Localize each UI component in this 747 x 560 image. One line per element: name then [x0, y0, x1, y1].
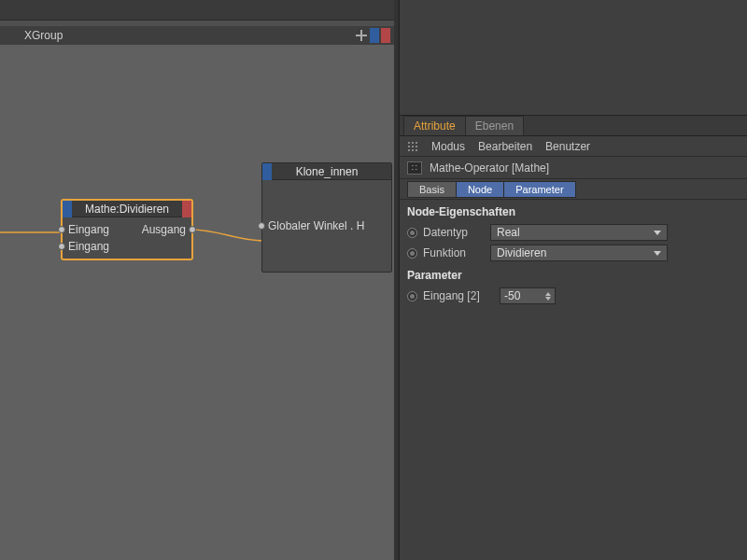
- node-target[interactable]: Klone_innen Globaler Winkel . H: [261, 162, 392, 273]
- editor-scroll-rail[interactable]: [394, 0, 398, 560]
- spinner-icon[interactable]: [545, 292, 551, 301]
- port-dot-icon[interactable]: [189, 226, 196, 233]
- prop-funktion: Funktion Dividieren: [400, 243, 747, 263]
- menu-benutzer[interactable]: Benutzer: [545, 140, 590, 153]
- port-dot-icon[interactable]: [58, 243, 65, 250]
- funktion-dropdown[interactable]: Dividieren: [490, 245, 668, 261]
- group-output-swatch[interactable]: [381, 28, 390, 43]
- wire-left-in: [0, 218, 65, 246]
- eingang2-value: -50: [504, 289, 520, 302]
- tab-attribute[interactable]: Attribute: [403, 116, 466, 135]
- port-dot-icon[interactable]: [258, 222, 265, 230]
- port-math-out-0[interactable]: Ausgang: [133, 221, 186, 238]
- node-math-body: Eingang Eingang Ausgang: [63, 217, 191, 259]
- group-title: XGroup: [24, 29, 63, 42]
- chevron-down-icon: [654, 231, 661, 235]
- prop-datentyp: Datentyp Real: [400, 222, 747, 243]
- port-label: Globaler Winkel . H: [268, 219, 364, 232]
- chevron-down-icon: [654, 251, 661, 256]
- subtab-parameter[interactable]: Parameter: [503, 181, 575, 198]
- port-label: Ausgang: [142, 223, 186, 236]
- attribute-pane: Attribute Ebenen Modus Bearbeiten Benutz…: [399, 0, 747, 560]
- section-node-eigenschaften: Node-Eigenschaften: [400, 200, 747, 222]
- node-math-title[interactable]: Mathe:Dividieren: [63, 201, 191, 217]
- port-label: Eingang: [68, 223, 109, 236]
- eingang2-input[interactable]: -50: [500, 287, 556, 304]
- node-output-cap: [182, 201, 191, 217]
- move-icon[interactable]: [355, 29, 368, 42]
- port-dot-icon[interactable]: [58, 226, 65, 233]
- node-input-cap: [63, 201, 72, 217]
- datentyp-value: Real: [497, 226, 520, 239]
- tab-ebenen[interactable]: Ebenen: [465, 116, 524, 135]
- node-math-title-text: Mathe:Dividieren: [85, 203, 169, 216]
- prop-eingang-2: Eingang [2] -50: [400, 286, 747, 306]
- app-root: XGroup Mathe:Dividieren: [0, 0, 747, 560]
- port-math-in-1[interactable]: Eingang: [68, 238, 121, 255]
- group-input-swatch[interactable]: [370, 28, 379, 43]
- funktion-label: Funktion: [423, 246, 485, 259]
- node-target-title[interactable]: Klone_innen: [262, 163, 391, 180]
- funktion-value: Dividieren: [497, 246, 546, 259]
- node-canvas[interactable]: Mathe:Dividieren Eingang Eingang: [0, 45, 394, 560]
- editor-toolbar: [0, 0, 398, 21]
- datentyp-label: Datentyp: [423, 226, 485, 239]
- preview-area: [400, 0, 747, 116]
- wire-math-to-target: [190, 222, 265, 250]
- node-math[interactable]: Mathe:Dividieren Eingang Eingang: [62, 200, 192, 259]
- anim-dot-icon[interactable]: [407, 291, 417, 301]
- port-label: Eingang: [68, 240, 109, 253]
- anim-dot-icon[interactable]: [407, 248, 417, 259]
- group-header-controls: [355, 26, 390, 45]
- calculator-icon: ∷: [407, 161, 422, 175]
- node-target-body: Globaler Winkel . H: [262, 180, 391, 272]
- node-input-cap: [262, 163, 272, 180]
- menu-bearbeiten[interactable]: Bearbeiten: [478, 140, 532, 153]
- object-header: ∷ Mathe-Operator [Mathe]: [400, 157, 747, 179]
- attribute-subtabs: Basis Node Parameter: [400, 179, 747, 200]
- node-editor-pane: XGroup Mathe:Dividieren: [0, 0, 399, 560]
- subtab-basis[interactable]: Basis: [407, 181, 457, 198]
- menu-modus[interactable]: Modus: [431, 140, 465, 153]
- datentyp-dropdown[interactable]: Real: [490, 224, 668, 241]
- node-target-title-text: Klone_innen: [296, 165, 359, 178]
- port-math-in-0[interactable]: Eingang: [68, 221, 121, 238]
- section-parameter: Parameter: [400, 263, 747, 286]
- port-target-in-0[interactable]: Globaler Winkel . H: [268, 217, 364, 234]
- anim-dot-icon[interactable]: [407, 228, 417, 238]
- eingang2-label: Eingang [2]: [423, 289, 494, 302]
- attribute-tabs: Attribute Ebenen: [400, 116, 747, 136]
- object-title: Mathe-Operator [Mathe]: [430, 161, 549, 175]
- group-header[interactable]: XGroup: [0, 26, 394, 45]
- grip-icon[interactable]: [407, 141, 418, 152]
- subtab-node[interactable]: Node: [456, 181, 504, 198]
- attribute-menubar: Modus Bearbeiten Benutzer: [400, 136, 747, 157]
